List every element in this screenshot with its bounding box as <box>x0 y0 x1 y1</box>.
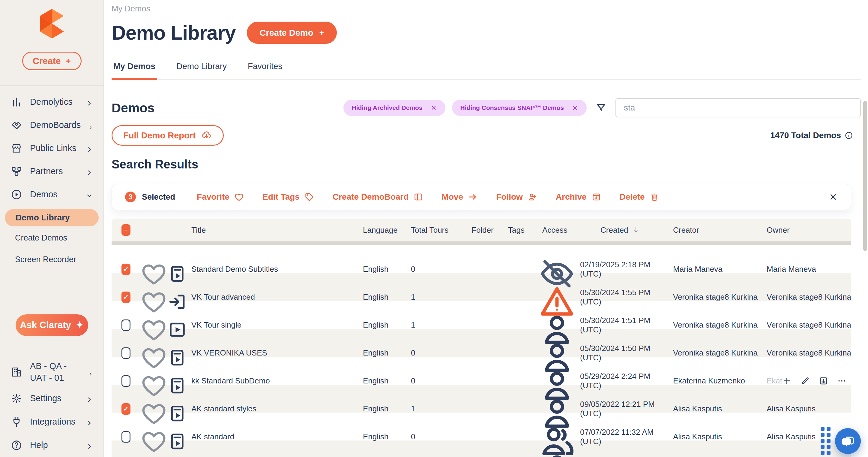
column-total-tours[interactable]: Total Tours <box>408 226 468 235</box>
drag-handle-dots-icon[interactable] <box>820 427 831 455</box>
table-row[interactable]: ✓VK Tour advancedEnglish105/30/2024 1:55… <box>112 273 851 301</box>
close-icon[interactable] <box>572 105 578 111</box>
create-button-label: Create <box>33 56 61 66</box>
column-owner[interactable]: Owner <box>763 226 851 235</box>
sidebar-item-integrations[interactable]: Integrations <box>0 410 103 434</box>
claraty-logo-icon <box>38 8 66 39</box>
column-tags[interactable]: Tags <box>504 226 537 235</box>
sidebar-item-label: Help <box>30 439 48 451</box>
column-title[interactable]: Title <box>187 226 361 235</box>
filter-chip-hiding-archived-demos: Hiding Archived Demos <box>343 100 445 116</box>
move-button[interactable]: Move <box>442 192 478 202</box>
sidebar-item-ab-qa-uat-01[interactable]: AB - QA - UAT - 01 <box>0 357 103 387</box>
select-all-checkbox[interactable] <box>121 224 130 236</box>
create-demoboard-button[interactable]: Create DemoBoard <box>333 192 423 202</box>
sidebar-item-demo-library[interactable]: Demo Library <box>5 209 99 226</box>
vertical-scrollbar[interactable] <box>863 101 867 251</box>
close-icon[interactable] <box>430 105 437 111</box>
sidebar-item-demos[interactable]: Demos <box>0 183 103 206</box>
sort-descending-icon[interactable] <box>632 226 640 234</box>
table-row[interactable]: dk Stand Time TransparentEnglish002/02/2… <box>112 440 851 457</box>
owner-name: Maria Maneva <box>767 264 816 274</box>
chart-box-icon[interactable] <box>819 376 828 385</box>
edit-tags-button[interactable]: Edit Tags <box>262 192 314 202</box>
table-row[interactable]: AK standardEnglish007/07/2022 11:32 AM (… <box>112 412 851 440</box>
chevron-right-icon <box>86 442 93 449</box>
table-body: ✓Standard Demo SubtitlesEnglish002/19/20… <box>112 245 851 457</box>
sidebar-item-label: DemoBoards <box>30 120 81 130</box>
chip-label: Hiding Archived Demos <box>352 104 423 111</box>
follow-button[interactable]: Follow <box>496 192 537 202</box>
tab-demo-library[interactable]: Demo Library <box>175 62 228 80</box>
sidebar-item-help[interactable]: Help <box>0 434 103 457</box>
row-hover-actions <box>782 376 846 385</box>
row-checkbox[interactable]: ✓ <box>121 291 130 303</box>
sidebar-item-demolytics[interactable]: Demolytics <box>0 90 103 114</box>
sidebar-item-screen-recorder[interactable]: Screen Recorder <box>0 249 103 270</box>
search-input[interactable] <box>616 98 861 117</box>
row-checkbox[interactable]: ✓ <box>121 403 130 415</box>
archive-button[interactable]: Archive <box>556 192 601 202</box>
tab-my-demos[interactable]: My Demos <box>112 62 157 80</box>
demo-creator: Maria Maneva <box>670 264 763 274</box>
dots-icon[interactable] <box>837 376 846 385</box>
demo-created: 05/29/2024 2:24 PM (UTC) <box>577 372 670 390</box>
chat-launcher-button[interactable] <box>835 428 861 454</box>
create-button[interactable]: Create + <box>22 52 82 70</box>
close-icon[interactable] <box>829 193 838 201</box>
filter-funnel-icon[interactable] <box>596 103 607 113</box>
favorite-button[interactable]: Favorite <box>197 192 244 202</box>
column-created[interactable]: Created <box>577 226 670 235</box>
column-language[interactable]: Language <box>361 226 408 235</box>
sidebar-item-settings[interactable]: Settings <box>0 387 103 410</box>
sidebar-item-public-links[interactable]: Public Links <box>0 137 103 160</box>
info-icon[interactable] <box>845 131 853 140</box>
favorite-heart-icon[interactable] <box>141 456 167 457</box>
table-row[interactable]: VK Tour singleEnglish105/30/2024 1:51 PM… <box>112 301 851 329</box>
table-row[interactable]: ✓Standard Demo SubtitlesEnglish002/19/20… <box>112 245 851 273</box>
column-creator[interactable]: Creator <box>670 226 763 235</box>
trash-icon <box>650 192 659 202</box>
sidebar-item-label: AB - QA - UAT - 01 <box>30 360 81 384</box>
chevron-right-icon <box>86 419 93 425</box>
row-checkbox[interactable] <box>121 347 130 359</box>
row-checkbox[interactable] <box>121 319 130 331</box>
create-demo-button[interactable]: Create Demo + <box>247 22 337 44</box>
tab-favorites[interactable]: Favorites <box>246 62 284 80</box>
row-checkbox[interactable] <box>121 375 130 387</box>
main-content: My Demos Demo Library Create Demo + My D… <box>104 0 868 457</box>
row-checkbox[interactable]: ✓ <box>121 264 130 275</box>
table-row[interactable]: ✓AK standard stylesEnglish109/05/2022 12… <box>112 384 851 412</box>
table-row[interactable]: VK VERONIKA USESEnglish005/30/2024 1:50 … <box>112 329 851 357</box>
sidebar-item-demoboards[interactable]: DemoBoards <box>0 114 103 137</box>
full-demo-report-button[interactable]: Full Demo Report <box>112 125 224 146</box>
chevron-right-icon <box>86 99 93 105</box>
sidebar-item-label: Demos <box>30 190 58 199</box>
plug-icon <box>11 416 22 428</box>
chevron-right-icon <box>88 369 93 375</box>
ask-claraty-button[interactable]: Ask Claraty ✦ <box>16 314 88 336</box>
demo-title: VK Tour advanced <box>187 292 361 302</box>
demo-language: English <box>361 264 408 274</box>
sidebar-item-label: Demolytics <box>30 97 72 107</box>
sidebar-divider <box>0 85 103 86</box>
action-label: Move <box>442 192 463 202</box>
row-checkbox[interactable] <box>121 431 130 442</box>
report-row: Full Demo Report 1470 Total Demos <box>112 125 861 146</box>
ask-claraty-label: Ask Claraty <box>20 320 71 331</box>
column-access[interactable]: Access <box>537 226 577 235</box>
plus-icon[interactable] <box>782 376 792 385</box>
chart-bars-icon <box>11 96 22 108</box>
sidebar-item-create-demos[interactable]: Create Demos <box>0 227 103 249</box>
demo-total-tours: 0 <box>408 348 468 358</box>
pencil-icon[interactable] <box>801 376 810 385</box>
column-folder[interactable]: Folder <box>468 226 504 235</box>
table-row[interactable]: kk Standard SubDemoEnglish005/29/2024 2:… <box>112 357 851 384</box>
chat-bubbles-icon <box>840 433 856 449</box>
demo-created: 05/30/2024 1:55 PM (UTC) <box>577 288 670 307</box>
sidebar-item-partners[interactable]: Partners <box>0 160 103 183</box>
sidebar-item-label: Screen Recorder <box>15 255 76 264</box>
chevron-right-icon <box>86 145 93 152</box>
delete-button[interactable]: Delete <box>620 192 659 202</box>
demo-language: English <box>361 348 408 358</box>
